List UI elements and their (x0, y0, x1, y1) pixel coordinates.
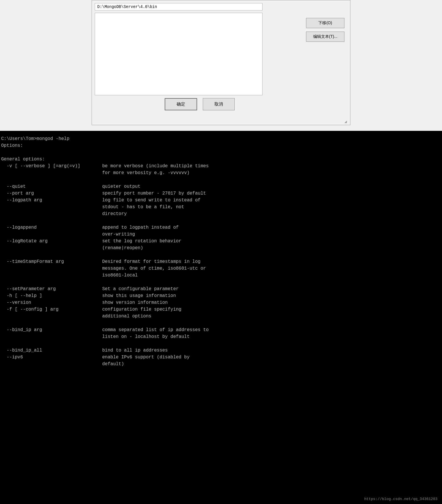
listbox-area (95, 13, 263, 95)
terminal-line (0, 251, 442, 258)
terminal-section: C:\Users\Tom>mongod -help Options: Gener… (0, 131, 442, 504)
terminal-line: additional options (0, 313, 442, 320)
terminal-line: --setParameter arg Set a configurable pa… (0, 286, 442, 292)
terminal-line: --quiet quieter output (0, 183, 442, 190)
terminal-prompt: C:\Users\Tom>mongod -help (0, 135, 442, 142)
terminal-line: --version show version information (0, 299, 442, 306)
bottom-buttons: 确定 取消 (95, 98, 305, 116)
dialog-wrapper: D:\MongoDB\Server\4.0\bin 下移(O) 编辑文本(T).… (92, 0, 350, 125)
terminal-line: --logRotate arg set the log rotation beh… (0, 238, 442, 245)
terminal-line (0, 217, 442, 224)
terminal-line (0, 320, 442, 327)
edit-text-button[interactable]: 编辑文本(T)... (306, 32, 344, 42)
terminal-line (0, 279, 442, 286)
footer-link[interactable]: https://blog.csdn.net/qq_34361283 (364, 496, 437, 502)
terminal-line (0, 340, 442, 347)
terminal-line: iso8601-local (0, 272, 442, 279)
terminal-options-header: Options: (0, 142, 442, 149)
move-down-button[interactable]: 下移(O) (306, 18, 344, 28)
terminal-line: default) (0, 361, 442, 367)
terminal-line: -f [ --config ] arg configuration file s… (0, 306, 442, 313)
terminal-line: --bind_ip_all bind to all ip addresses (0, 347, 442, 354)
terminal-line: --timeStampFormat arg Desired format for… (0, 258, 442, 265)
terminal-general-header: General options: (0, 156, 442, 163)
path-display: D:\MongoDB\Server\4.0\bin (95, 3, 263, 11)
terminal-line: (rename|reopen) (0, 245, 442, 251)
terminal-blank1 (0, 149, 442, 156)
terminal-line: listen on - localhost by default (0, 333, 442, 340)
terminal-line: over-writing (0, 231, 442, 238)
terminal-line: directory (0, 210, 442, 217)
confirm-button[interactable]: 确定 (165, 98, 197, 110)
cancel-button[interactable]: 取消 (203, 98, 235, 110)
terminal-line: -v [ --verbose ] [=arg(=v)] be more verb… (0, 163, 442, 170)
terminal-lines-container: -v [ --verbose ] [=arg(=v)] be more verb… (0, 163, 442, 367)
dialog-section: D:\MongoDB\Server\4.0\bin 下移(O) 编辑文本(T).… (0, 0, 442, 131)
terminal-line: --bind_ip arg comma separated list of ip… (0, 327, 442, 333)
terminal-line: --logpath arg log file to send write to … (0, 197, 442, 204)
terminal-line: -h [ --help ] show this usage informatio… (0, 292, 442, 299)
button-column: 下移(O) 编辑文本(T)... (306, 3, 344, 42)
terminal-line: stdout - has to be a file, not (0, 204, 442, 210)
resize-handle-icon: ◢ (344, 119, 349, 123)
terminal-line: --port arg specify port number - 27017 b… (0, 190, 442, 197)
terminal-line: --ipv6 enable IPv6 support (disabled by (0, 354, 442, 361)
terminal-line: --logappend append to logpath instead of (0, 224, 442, 231)
terminal-line (0, 176, 442, 183)
terminal-line: messages. One of ctime, iso8601-utc or (0, 265, 442, 272)
terminal-line: for more verbosity e.g. -vvvvvv) (0, 170, 442, 176)
